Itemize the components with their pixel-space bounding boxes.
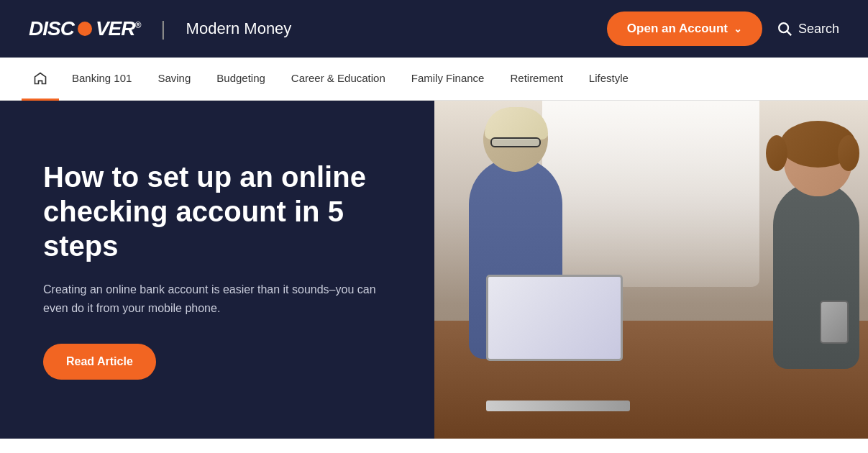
laptop-screen bbox=[486, 275, 623, 361]
chevron-down-icon: ⌄ bbox=[734, 23, 742, 35]
logo-divider: | bbox=[160, 17, 165, 40]
read-article-button[interactable]: Read Article bbox=[43, 344, 156, 380]
nav-home-item[interactable] bbox=[22, 58, 59, 101]
hero-image bbox=[434, 101, 869, 439]
nav-item-career-education[interactable]: Career & Education bbox=[278, 58, 398, 101]
svg-point-0 bbox=[779, 23, 788, 32]
svg-line-1 bbox=[787, 32, 792, 35]
hero-title: How to set up an online checking account… bbox=[43, 160, 391, 263]
hero-section: How to set up an online checking account… bbox=[0, 101, 868, 439]
search-button[interactable]: Search bbox=[777, 21, 839, 37]
nav-item-retirement[interactable]: Retirement bbox=[497, 58, 575, 101]
person2-figure bbox=[672, 128, 859, 416]
laptop-surface bbox=[486, 401, 630, 411]
open-account-button[interactable]: Open an Account ⌄ bbox=[607, 12, 762, 46]
main-nav: Banking 101 Saving Budgeting Career & Ed… bbox=[0, 58, 868, 101]
search-label: Search bbox=[798, 22, 839, 37]
hero-subtitle: Creating an online bank account is easie… bbox=[43, 280, 391, 317]
hero-photo-bg bbox=[434, 101, 869, 439]
site-name: Modern Money bbox=[186, 19, 292, 38]
logo-dot-icon bbox=[78, 22, 92, 36]
nav-item-budgeting[interactable]: Budgeting bbox=[204, 58, 278, 101]
discover-logo[interactable]: DISC VER® bbox=[29, 17, 140, 40]
home-icon bbox=[33, 71, 47, 86]
search-icon bbox=[777, 21, 792, 37]
hero-content: How to set up an online checking account… bbox=[0, 101, 434, 439]
nav-item-banking101[interactable]: Banking 101 bbox=[59, 58, 145, 101]
site-header: DISC VER® | Modern Money Open an Account… bbox=[0, 0, 868, 58]
nav-item-lifestyle[interactable]: Lifestyle bbox=[576, 58, 641, 101]
header-right: Open an Account ⌄ Search bbox=[607, 12, 839, 46]
nav-item-family-finance[interactable]: Family Finance bbox=[398, 58, 498, 101]
header-left: DISC VER® | Modern Money bbox=[29, 17, 291, 40]
person1-figure bbox=[469, 107, 685, 424]
logo-text-discover: DISC bbox=[29, 17, 74, 40]
open-account-label: Open an Account bbox=[627, 22, 728, 36]
logo-text-ver: VER® bbox=[96, 17, 140, 40]
nav-item-saving[interactable]: Saving bbox=[145, 58, 204, 101]
